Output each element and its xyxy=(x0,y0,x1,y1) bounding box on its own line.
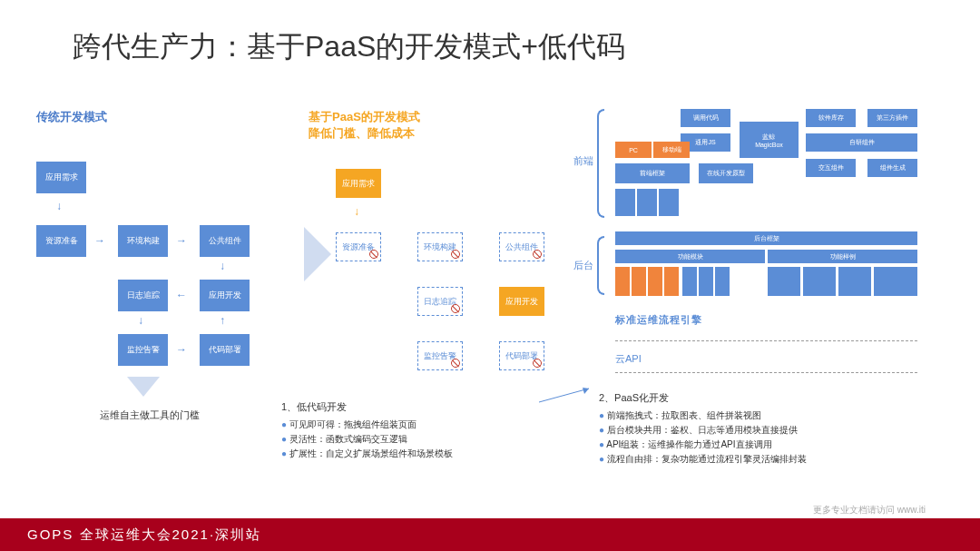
box-monitor: 监控告警 xyxy=(118,334,168,366)
back-b: 功能样例 xyxy=(768,250,917,263)
section-paas: 基于PaaS的开发模式 降低门槛、降低成本 应用需求 资源准备 环境构建 公共组… xyxy=(309,109,563,405)
arrow-icon: → xyxy=(176,343,187,356)
forbidden-icon xyxy=(451,250,460,259)
dash-line xyxy=(615,372,917,373)
svg-line-0 xyxy=(539,389,589,402)
fb-f: 移动端 xyxy=(653,142,690,158)
bm6 xyxy=(699,267,713,296)
bm2 xyxy=(632,267,646,296)
fb-a: 调用代码 xyxy=(681,109,730,127)
forbidden-icon xyxy=(533,359,542,368)
notes-paas: 2、PaaS化开发 前端拖拽式：拉取图表、组件拼装视图 后台模块共用：鉴权、日志… xyxy=(599,390,944,467)
content: 传统开发模式 应用需求 资源准备 环境构建 公共组件 日志追踪 应用开发 监控告… xyxy=(36,109,962,405)
arrow-icon: ↓ xyxy=(220,260,225,272)
bm3 xyxy=(648,267,662,296)
box2-code: 代码部署 xyxy=(499,341,544,370)
arrow-icon: ↓ xyxy=(56,200,62,212)
back-title: 后台框架 xyxy=(615,231,917,245)
bm1 xyxy=(615,267,630,296)
section-traditional: 传统开发模式 应用需求 资源准备 环境构建 公共组件 日志追踪 应用开发 监控告… xyxy=(36,109,281,405)
note2-l3: API组装：运维操作能力通过API直接调用 xyxy=(599,438,944,452)
box-resource: 资源准备 xyxy=(36,225,86,257)
box-log: 日志追踪 xyxy=(118,280,168,311)
box2-comm: 公共组件 xyxy=(499,232,544,261)
bs2 xyxy=(803,267,836,296)
fb-g: 前端框架 xyxy=(615,163,690,183)
box2-mon: 监控告警 xyxy=(417,341,463,370)
bs1 xyxy=(768,267,800,296)
connector-arrow-icon xyxy=(539,386,593,404)
brace-icon xyxy=(597,236,604,295)
box-requirement: 应用需求 xyxy=(36,162,86,193)
note1-l3: 扩展性：自定义扩展场景组件和场景模板 xyxy=(281,447,535,461)
note1-l2: 灵活性：函数式编码交互逻辑 xyxy=(281,432,535,447)
forbidden-icon xyxy=(451,359,460,368)
arrow-icon: ← xyxy=(176,289,187,301)
note2-l4: 流程自由排：复杂功能通过流程引擎灵活编排封装 xyxy=(599,452,944,467)
box-env: 环境构建 xyxy=(118,225,168,257)
fb-i: 自研组件 xyxy=(806,133,917,152)
bm7 xyxy=(715,267,730,296)
bs3 xyxy=(838,267,871,296)
fb-e: PC xyxy=(615,142,652,158)
fb-l: 组件生成 xyxy=(867,159,917,177)
sec1-caption: 运维自主做工具的门槛 xyxy=(73,408,227,422)
sec2-title: 基于PaaS的开发模式 降低门槛、降低成本 xyxy=(309,109,563,142)
brace-icon xyxy=(597,109,604,218)
engine-label: 标准运维流程引擎 xyxy=(615,313,702,327)
note2-l2: 后台模块共用：鉴权、日志等通用模块直接提供 xyxy=(599,423,944,438)
down-arrow-icon xyxy=(127,377,160,397)
bm4 xyxy=(664,267,679,296)
footnote: 更多专业文档请访问 www.iti xyxy=(813,504,926,517)
bm5 xyxy=(682,267,697,296)
arrow-icon: → xyxy=(94,234,105,247)
notes-lowcode: 1、低代码开发 可见即可得：拖拽组件组装页面 灵活性：函数式编码交互逻辑 扩展性… xyxy=(281,399,535,461)
front-label: 前端 xyxy=(573,154,593,168)
arrow-icon: ↓ xyxy=(138,314,143,327)
sec1-title: 传统开发模式 xyxy=(36,109,281,125)
box2-res: 资源准备 xyxy=(336,232,381,261)
forbidden-icon xyxy=(451,304,460,313)
back-a: 功能模块 xyxy=(615,250,765,263)
box2-appdev: 应用开发 xyxy=(499,287,544,316)
arrow-icon: ↓ xyxy=(354,205,359,218)
note1-title: 1、低代码开发 xyxy=(281,399,535,416)
fb-c: 软件库存 xyxy=(806,109,856,127)
box-code: 代码部署 xyxy=(200,334,250,366)
note2-title: 2、PaaS化开发 xyxy=(599,390,944,407)
arrow-icon: ↑ xyxy=(220,314,225,327)
bs4 xyxy=(874,267,917,296)
note2-l1: 前端拖拽式：拉取图表、组件拼装视图 xyxy=(599,408,944,423)
slide-title: 跨代生产力：基于PaaS的开发模式+低代码 xyxy=(0,0,980,67)
fb-k: 交互组件 xyxy=(806,159,856,177)
section-platform: 前端 调用代码 通用JS 软件库存 第三方插件 PC 移动端 前端框架 蓝鲸 M… xyxy=(581,109,962,405)
box-appdev: 应用开发 xyxy=(200,280,250,311)
fb-j: 在线开发原型 xyxy=(699,163,753,183)
fb-d: 第三方插件 xyxy=(867,109,917,127)
box-common: 公共组件 xyxy=(200,225,250,257)
footer: GOPS 全球运维大会2021·深圳站 xyxy=(0,518,980,551)
forbidden-icon xyxy=(533,250,542,259)
dash-line xyxy=(615,340,917,341)
fb-x3 xyxy=(659,189,679,216)
box2-env: 环境构建 xyxy=(417,232,463,261)
svg-marker-1 xyxy=(583,388,589,394)
fb-h: 蓝鲸 MagicBox xyxy=(740,122,799,158)
box2-log: 日志追踪 xyxy=(417,287,463,316)
arrow-icon: → xyxy=(176,234,187,247)
fb-x2 xyxy=(637,189,657,216)
note1-l1: 可见即可得：拖拽组件组装页面 xyxy=(281,418,535,432)
back-label: 后台 xyxy=(573,259,593,272)
box2-req: 应用需求 xyxy=(336,169,381,198)
cloud-label: 云API xyxy=(615,352,642,366)
forbidden-icon xyxy=(369,250,378,259)
fb-x1 xyxy=(615,189,635,216)
